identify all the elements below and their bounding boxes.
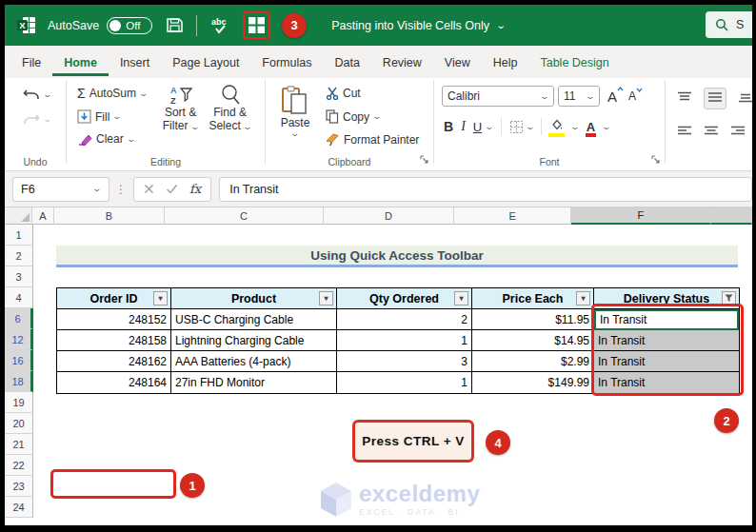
filter-dropdown-icon[interactable]: ▾	[576, 291, 590, 305]
column-header-d[interactable]: D	[324, 207, 454, 225]
copy-button[interactable]: Copy ⌄	[323, 108, 422, 126]
cell-qty[interactable]: 2	[337, 309, 472, 330]
tab-page-layout[interactable]: Page Layout	[161, 48, 250, 76]
excel-logo-icon[interactable]: X	[17, 16, 36, 34]
row-header[interactable]: 1	[5, 225, 33, 246]
font-color-button[interactable]: A	[587, 120, 595, 134]
cell-product[interactable]: AAA Batteries (4-pack)	[171, 351, 337, 372]
tab-file[interactable]: File	[10, 48, 52, 76]
redo-button[interactable]: ⌄	[20, 110, 66, 128]
cancel-icon[interactable]	[144, 184, 154, 194]
header-order-id[interactable]: Order ID▾	[57, 288, 171, 309]
row-header-filtered[interactable]: 12	[5, 329, 33, 350]
autosum-button[interactable]: Σ AutoSum ⌄	[74, 84, 150, 103]
column-header-e[interactable]: E	[454, 207, 571, 225]
row-header-filtered[interactable]: 18	[5, 371, 33, 392]
header-product[interactable]: Product▾	[171, 288, 337, 309]
tab-formulas[interactable]: Formulas	[250, 48, 323, 76]
font-name-select[interactable]: Calibri ⌄	[442, 86, 554, 107]
tab-help[interactable]: Help	[482, 48, 529, 76]
header-qty-ordered[interactable]: Qty Ordered▾	[337, 288, 472, 309]
format-painter-button[interactable]: Format Painter	[323, 131, 422, 148]
row-header[interactable]: 19	[5, 392, 33, 413]
document-title[interactable]: Pasting into Visible Cells Only	[331, 19, 489, 32]
chevron-down-icon: ⌄	[540, 92, 550, 101]
row-header-filtered[interactable]: 16	[5, 350, 33, 371]
column-header-f[interactable]: F	[571, 207, 710, 225]
cell-order-id[interactable]: 248162	[57, 351, 171, 372]
insert-function-icon[interactable]: fx	[189, 182, 201, 196]
tab-data[interactable]: Data	[323, 48, 370, 76]
clear-button[interactable]: Clear ⌄	[74, 130, 150, 148]
save-icon[interactable]	[166, 16, 184, 34]
row-header[interactable]: 22	[5, 455, 33, 476]
cell-product[interactable]: USB-C Charging Cable	[171, 309, 337, 330]
underline-button[interactable]: U	[473, 120, 482, 134]
row-header[interactable]: 20	[5, 413, 33, 434]
cell-product[interactable]: 27in FHD Monitor	[171, 372, 337, 393]
bold-button[interactable]: B	[444, 119, 453, 134]
cut-button[interactable]: Cut	[323, 85, 422, 102]
paste-visible-cells-icon[interactable]	[248, 16, 266, 34]
autosave-toggle[interactable]: Off	[107, 17, 152, 34]
font-color-icon: A	[587, 120, 595, 134]
filter-dropdown-icon[interactable]: ▾	[153, 291, 168, 305]
row-header[interactable]: 23	[5, 476, 33, 497]
cell-order-id[interactable]: 248152	[57, 309, 171, 330]
undo-button[interactable]: ⌄	[20, 86, 66, 103]
cell-order-id[interactable]: 248164	[57, 372, 171, 393]
select-all-corner[interactable]	[5, 207, 32, 225]
row-header[interactable]: 24	[5, 497, 33, 518]
row-header[interactable]: 4	[5, 287, 33, 308]
search-box[interactable]: S	[706, 11, 752, 38]
tab-view[interactable]: View	[433, 48, 482, 76]
cell-price[interactable]: $14.95	[472, 330, 594, 351]
align-left-button[interactable]	[677, 126, 692, 140]
cell-qty[interactable]: 1	[337, 330, 472, 351]
filter-dropdown-icon[interactable]: ▾	[454, 291, 468, 305]
cell-product[interactable]: Lightning Charging Cable	[171, 330, 337, 351]
row-header[interactable]: 21	[5, 434, 33, 455]
decrease-font-size-button[interactable]: A	[628, 89, 636, 103]
cell-price[interactable]: $11.95	[472, 309, 594, 330]
column-header-a[interactable]: A	[32, 207, 54, 225]
align-middle-button[interactable]	[704, 88, 726, 109]
row-header-filtered[interactable]: 6	[5, 308, 33, 329]
align-bottom-button[interactable]	[738, 91, 752, 106]
row-header[interactable]: 2	[5, 246, 33, 266]
cell-qty[interactable]: 3	[337, 351, 472, 372]
tab-home[interactable]: Home	[52, 48, 109, 76]
header-price-each[interactable]: Price Each▾	[472, 288, 594, 309]
column-header-b[interactable]: B	[54, 207, 165, 225]
column-header-g-partial[interactable]	[711, 207, 752, 225]
dialog-launcher-icon[interactable]	[651, 153, 660, 167]
borders-button[interactable]: ⌄	[509, 120, 534, 134]
align-center-button[interactable]	[704, 126, 719, 140]
formula-input[interactable]: In Transit	[219, 177, 752, 202]
font-size-select[interactable]: 11 ⌄	[558, 86, 600, 107]
tab-table-design[interactable]: Table Design	[528, 48, 620, 76]
column-header-c[interactable]: C	[165, 207, 325, 225]
tab-insert[interactable]: Insert	[109, 48, 161, 76]
increase-font-size-button[interactable]: A	[607, 89, 617, 105]
cell-price[interactable]: $2.99	[472, 351, 594, 372]
fill-button[interactable]: Fill ⌄	[74, 108, 150, 126]
italic-button[interactable]: I	[461, 119, 466, 134]
row-header[interactable]: 3	[5, 266, 33, 287]
cell-order-id[interactable]: 248158	[57, 330, 171, 351]
fill-color-button[interactable]	[549, 119, 564, 134]
align-top-button[interactable]	[677, 91, 692, 106]
align-right-button[interactable]	[730, 126, 746, 140]
watermark-tagline: EXCEL · DATA · BI	[359, 507, 480, 517]
filter-dropdown-icon[interactable]: ▾	[319, 291, 333, 305]
font-color-bar	[586, 133, 596, 137]
cell-qty[interactable]: 1	[337, 372, 472, 393]
name-box[interactable]: F6 ⌄	[12, 177, 109, 202]
chevron-down-icon: ⌄	[290, 129, 301, 138]
dialog-launcher-icon[interactable]	[420, 153, 428, 167]
tab-review[interactable]: Review	[371, 48, 433, 76]
spellcheck-icon[interactable]: abc	[210, 15, 231, 36]
confirm-icon[interactable]	[166, 184, 178, 194]
formula-bar-row: F6 ⌄ ⋮ fx In Transit	[5, 171, 752, 207]
cell-price[interactable]: $149.99	[472, 372, 594, 393]
